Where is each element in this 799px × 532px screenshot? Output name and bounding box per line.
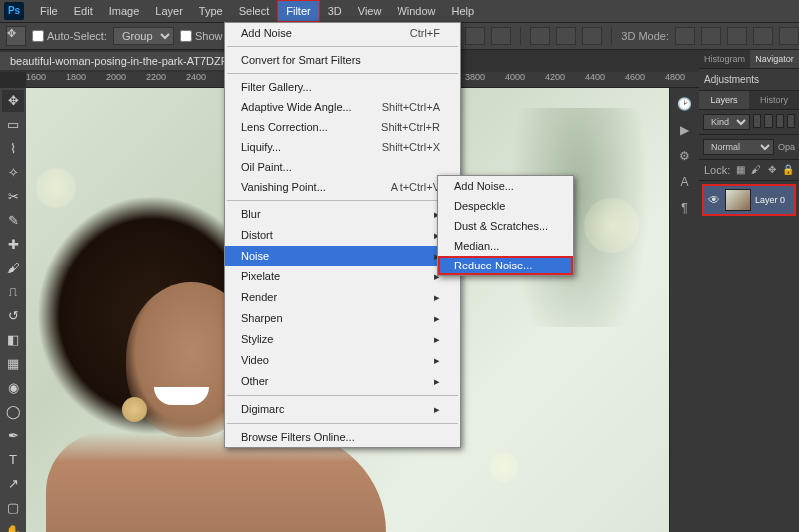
lasso-tool-icon[interactable]: ⌇ [2,138,24,160]
blur-tool-icon[interactable]: ◉ [2,377,24,399]
crop-tool-icon[interactable]: ✂ [2,186,24,208]
layer-kind-select[interactable]: Kind [703,114,750,130]
adjustments-panel[interactable]: Adjustments [699,69,799,91]
tab-layers[interactable]: Layers [699,91,749,109]
menu-edit[interactable]: Edit [66,0,101,22]
distribute-icon[interactable] [556,27,576,45]
menu-item-stylize[interactable]: Stylize▸ [225,329,460,350]
tab-histogram[interactable]: Histogram [699,50,750,68]
menu-item-convert-for-smart-filters[interactable]: Convert for Smart Filters [225,50,460,70]
menu-item-dust-scratches-[interactable]: Dust & Scratches... [438,216,573,236]
menu-item-video[interactable]: Video▸ [225,350,460,371]
auto-select-check[interactable]: Auto-Select: [32,30,107,42]
menu-item-liquify-[interactable]: Liquify...Shift+Ctrl+X [225,137,460,157]
menu-item-browse-filters-online-[interactable]: Browse Filters Online... [225,427,460,447]
menu-layer[interactable]: Layer [147,0,191,22]
menu-item-label: Add Noise [241,27,292,39]
menu-help[interactable]: Help [444,0,483,22]
tab-history[interactable]: History [749,91,799,109]
menu-item-blur[interactable]: Blur▸ [225,204,460,225]
menu-file[interactable]: File [32,0,66,22]
menu-item-add-noise-[interactable]: Add Noise... [438,176,573,196]
menu-window[interactable]: Window [389,0,443,22]
filter-pixel-icon[interactable] [753,114,761,128]
stamp-tool-icon[interactable]: ⎍ [2,281,24,303]
menu-item-label: Pixelate [241,270,280,283]
filter-shape-icon[interactable] [787,114,795,128]
lock-transparency-icon[interactable]: ▦ [734,164,746,176]
actions-panel-icon[interactable]: ▶ [675,120,695,140]
3d-icon[interactable] [701,27,721,45]
menu-item-label: Video [241,354,269,367]
menu-item-adaptive-wide-angle-[interactable]: Adaptive Wide Angle...Shift+Ctrl+A [225,97,460,117]
3d-icon[interactable] [753,27,773,45]
shape-tool-icon[interactable]: ▢ [2,497,24,519]
dodge-tool-icon[interactable]: ◯ [2,401,24,423]
menu-item-other[interactable]: Other▸ [225,371,460,392]
character-panel-icon[interactable]: A [675,172,695,192]
align-icon[interactable] [465,27,485,45]
menu-item-add-noise[interactable]: Add NoiseCtrl+F [225,23,460,43]
menu-item-filter-gallery-[interactable]: Filter Gallery... [225,77,460,97]
menu-3d[interactable]: 3D [320,0,350,22]
align-icon[interactable] [491,27,511,45]
menu-item-despeckle[interactable]: Despeckle [438,196,573,216]
menu-item-label: Dust & Scratches... [454,220,548,232]
history-brush-icon[interactable]: ↺ [2,305,24,327]
lock-all-icon[interactable]: 🔒 [782,164,794,176]
menu-image[interactable]: Image [101,0,148,22]
gradient-tool-icon[interactable]: ▦ [2,353,24,375]
path-tool-icon[interactable]: ↗ [2,473,24,495]
menu-filter[interactable]: Filter [277,0,319,22]
tab-navigator[interactable]: Navigator [750,50,799,68]
auto-select-target[interactable]: Group [113,27,174,45]
lock-position-icon[interactable]: ✥ [766,164,778,176]
brush-tool-icon[interactable]: 🖌 [2,258,24,279]
menu-item-vanishing-point-[interactable]: Vanishing Point...Alt+Ctrl+V [225,177,460,197]
menu-item-lens-correction-[interactable]: Lens Correction...Shift+Ctrl+R [225,117,460,137]
filter-adjust-icon[interactable] [764,114,772,128]
eraser-tool-icon[interactable]: ◧ [2,329,24,351]
menubar: Ps File Edit Image Layer Type Select Fil… [0,0,799,22]
heal-tool-icon[interactable]: ✚ [2,234,24,256]
menu-item-oil-paint-[interactable]: Oil Paint... [225,157,460,177]
lock-pixels-icon[interactable]: 🖌 [750,164,762,176]
shortcut-label: Shift+Ctrl+R [381,121,440,133]
menu-item-digimarc[interactable]: Digimarc▸ [225,399,460,420]
menu-item-pixelate[interactable]: Pixelate▸ [225,266,460,287]
menu-item-median-[interactable]: Median... [438,236,573,256]
menu-item-render[interactable]: Render▸ [225,287,460,308]
layer-thumbnail[interactable] [725,189,751,211]
3d-icon[interactable] [779,27,799,45]
blend-mode-select[interactable]: Normal [703,139,774,155]
distribute-icon[interactable] [582,27,602,45]
menu-view[interactable]: View [350,0,390,22]
visibility-icon[interactable]: 👁 [707,193,721,207]
eyedropper-tool-icon[interactable]: ✎ [2,210,24,232]
paragraph-panel-icon[interactable]: ¶ [675,198,695,218]
menu-item-label: Blur [241,208,261,221]
menu-select[interactable]: Select [231,0,278,22]
move-tool-icon[interactable]: ✥ [6,26,26,46]
menu-item-noise[interactable]: Noise▸ [225,246,460,266]
pen-tool-icon[interactable]: ✒ [2,425,24,447]
history-panel-icon[interactable]: 🕑 [675,94,695,114]
menu-item-reduce-noise-[interactable]: Reduce Noise... [438,256,573,275]
layer-row[interactable]: 👁 Layer 0 [702,184,796,216]
3d-icon[interactable] [675,27,695,45]
layer-name[interactable]: Layer 0 [755,195,785,205]
distribute-icon[interactable] [530,27,550,45]
wand-tool-icon[interactable]: ✧ [2,162,24,184]
menu-item-sharpen[interactable]: Sharpen▸ [225,308,460,329]
menu-item-distort[interactable]: Distort▸ [225,225,460,246]
nav-panel-tabs: Histogram Navigator [699,50,799,69]
move-tool-icon[interactable]: ✥ [2,90,24,112]
type-tool-icon[interactable]: T [2,449,24,471]
marquee-tool-icon[interactable]: ▭ [2,114,24,136]
hand-tool-icon[interactable]: ✋ [2,521,24,532]
menu-type[interactable]: Type [191,0,231,22]
properties-panel-icon[interactable]: ⚙ [675,146,695,166]
3d-mode-label: 3D Mode: [621,30,669,42]
3d-icon[interactable] [727,27,747,45]
filter-type-icon[interactable] [776,114,784,128]
